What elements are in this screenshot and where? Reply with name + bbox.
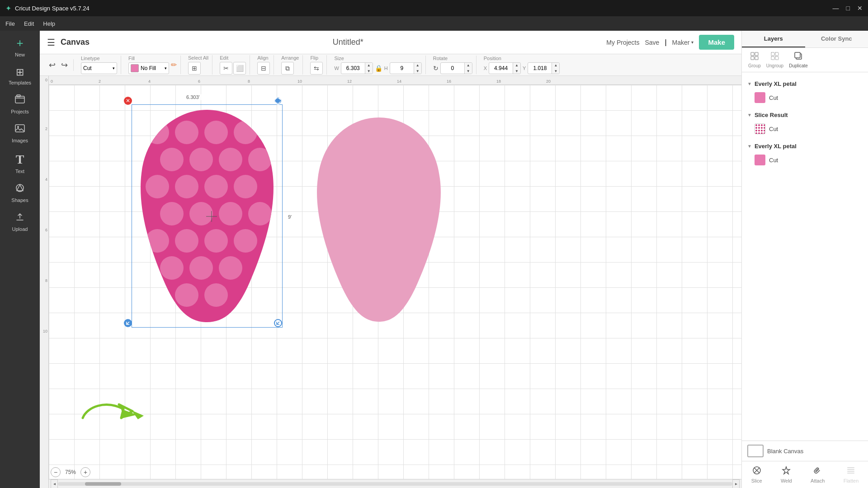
sidebar-item-new[interactable]: + New: [0, 31, 40, 61]
y-input[interactable]: [528, 65, 552, 71]
arrange-control: Arrange ⧉: [281, 55, 299, 75]
svg-point-26: [160, 256, 184, 280]
svg-point-17: [234, 175, 257, 198]
scroll-left-button[interactable]: ◂: [51, 479, 58, 488]
layer-cut-label-1: Cut: [769, 94, 778, 101]
sidebar-item-upload[interactable]: Upload: [0, 206, 40, 235]
canvas-area[interactable]: 0 2 4 6 8 10 12 14 16 18 20 0 2 4 6: [40, 76, 741, 488]
rotate-input[interactable]: 0: [441, 65, 464, 71]
resize-bl-handle[interactable]: [124, 319, 132, 327]
maker-label: Maker: [672, 39, 690, 46]
rotate-up-button[interactable]: ▲: [465, 62, 472, 68]
ungroup-label: Ungroup: [766, 63, 783, 68]
minimize-button[interactable]: —: [833, 5, 839, 12]
menu-edit[interactable]: Edit: [24, 20, 34, 27]
group-button[interactable]: Group: [745, 51, 764, 69]
svg-point-20: [219, 202, 242, 225]
edit-group: Edit ✂ ⬜: [216, 55, 250, 75]
scroll-track[interactable]: [58, 482, 732, 486]
fill-label: Fill: [128, 56, 169, 61]
layer-item-cut-2[interactable]: Cut: [742, 121, 868, 136]
svg-rect-33: [751, 56, 754, 60]
linetype-select[interactable]: Cut ▾: [81, 62, 117, 74]
zoom-value: 75%: [62, 469, 79, 475]
scroll-right-button[interactable]: ▸: [732, 479, 740, 488]
x-up-button[interactable]: ▲: [513, 62, 520, 68]
maximize-button[interactable]: □: [846, 5, 850, 12]
height-input[interactable]: 9: [390, 65, 414, 71]
svg-point-30: [204, 283, 228, 307]
edit-btn2[interactable]: ⬜: [233, 62, 246, 75]
zoom-out-button[interactable]: −: [51, 467, 61, 477]
lock-icon[interactable]: 🔒: [375, 65, 382, 72]
size-group: Size W 6.303 ▲ ▼ 🔒 H 9: [330, 56, 425, 74]
menu-file[interactable]: File: [5, 20, 15, 27]
layer-item-cut-1[interactable]: Cut: [742, 90, 868, 105]
tab-layers[interactable]: Layers: [742, 31, 805, 47]
ungroup-button[interactable]: Ungroup: [764, 51, 786, 69]
header-row: ☰ Canvas Untitled* My Projects Save | Ma…: [40, 31, 741, 54]
arrange-button[interactable]: ⧉: [281, 62, 294, 75]
rotate-down-button[interactable]: ▼: [465, 68, 472, 74]
duplicate-button[interactable]: Duplicate: [786, 51, 811, 69]
layer-header-3[interactable]: ▼ Everly XL petal: [742, 140, 868, 152]
svg-rect-38: [775, 56, 778, 60]
x-input[interactable]: [489, 65, 513, 71]
flatten-button[interactable]: Flatten: [840, 464, 863, 485]
undo-redo: ↩ ↪: [47, 59, 70, 71]
arrange-group: Arrange ⧉: [278, 55, 303, 75]
grid-canvas[interactable]: ✕ 6.303' 9': [49, 85, 741, 479]
menu-help[interactable]: Help: [43, 20, 55, 27]
close-button[interactable]: ✕: [857, 5, 863, 12]
zoom-in-button[interactable]: +: [80, 467, 90, 477]
sidebar-item-text[interactable]: T Text: [0, 147, 40, 178]
scroll-thumb[interactable]: [85, 482, 121, 486]
sidebar-item-projects[interactable]: Projects: [0, 89, 40, 118]
layer-item-cut-3[interactable]: Cut: [742, 152, 868, 168]
make-button[interactable]: Make: [699, 35, 734, 50]
layer-section-2: ▼ Slice Result Cut: [742, 107, 868, 138]
undo-button[interactable]: ↩: [47, 59, 57, 71]
new-icon: +: [16, 36, 23, 50]
height-up-button[interactable]: ▲: [414, 62, 421, 68]
attach-label: Attach: [811, 478, 825, 483]
sidebar-item-images[interactable]: Images: [0, 118, 40, 147]
maker-dropdown[interactable]: Maker ▾: [672, 39, 694, 46]
slice-button[interactable]: Slice: [748, 464, 766, 485]
plain-shape[interactable]: [311, 113, 447, 325]
ruler-0: 0: [51, 79, 53, 84]
vruler-6: 6: [45, 228, 47, 232]
x-down-button[interactable]: ▼: [513, 68, 520, 74]
right-panel: Layers Color Sync Group Ungroup: [741, 31, 868, 488]
height-down-button[interactable]: ▼: [414, 68, 421, 74]
rotate-handle[interactable]: [274, 97, 282, 105]
attach-button[interactable]: Attach: [807, 464, 828, 485]
align-button[interactable]: ⊟: [257, 62, 270, 75]
svg-point-16: [204, 175, 228, 198]
weld-button[interactable]: Weld: [777, 464, 796, 485]
my-projects-button[interactable]: My Projects: [606, 39, 639, 46]
redo-button[interactable]: ↪: [59, 59, 70, 71]
layer-header-1[interactable]: ▼ Everly XL petal: [742, 78, 868, 90]
tab-color-sync[interactable]: Color Sync: [805, 31, 868, 47]
layer-chevron-1: ▼: [747, 81, 752, 86]
save-button[interactable]: Save: [645, 39, 659, 46]
sidebar-item-shapes[interactable]: Shapes: [0, 178, 40, 206]
fill-select[interactable]: No Fill ▾: [128, 62, 169, 74]
horizontal-scrollbar[interactable]: ◂ ▸: [49, 479, 741, 488]
svg-rect-35: [771, 52, 774, 56]
edit-button[interactable]: ✂: [220, 62, 232, 75]
width-down-button[interactable]: ▼: [365, 68, 373, 74]
edit-pencil-icon[interactable]: ✏: [171, 61, 177, 69]
select-all-button[interactable]: ⊞: [188, 62, 201, 75]
y-up-button[interactable]: ▲: [552, 62, 559, 68]
width-input[interactable]: 6.303: [341, 65, 365, 71]
svg-point-9: [234, 121, 257, 144]
width-up-button[interactable]: ▲: [365, 62, 373, 68]
hamburger-menu[interactable]: ☰: [47, 37, 55, 48]
delete-handle[interactable]: ✕: [124, 97, 132, 105]
flip-button[interactable]: ⇆: [310, 62, 323, 75]
y-down-button[interactable]: ▼: [552, 68, 559, 74]
sidebar-item-templates[interactable]: ⊞ Templates: [0, 61, 40, 89]
layer-header-2[interactable]: ▼ Slice Result: [742, 109, 868, 121]
